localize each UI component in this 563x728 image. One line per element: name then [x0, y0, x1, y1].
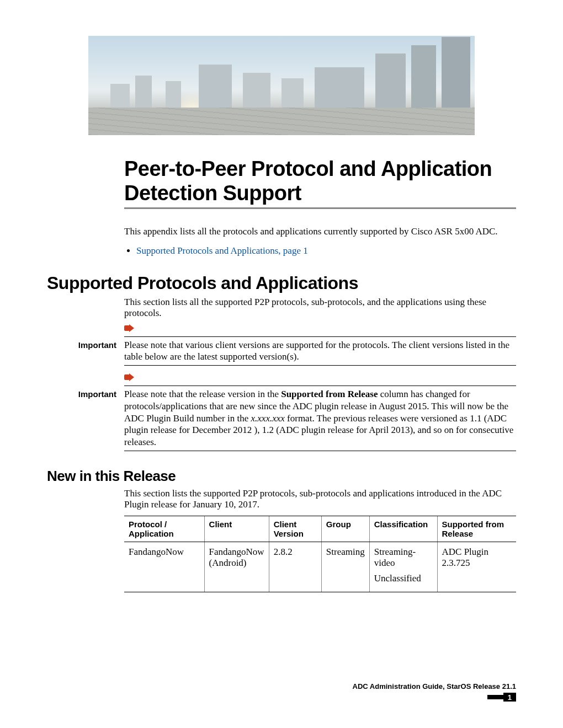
section-intro: This section lists all the supported P2P… — [124, 297, 516, 319]
classification-2: Unclassified — [374, 573, 421, 584]
header-banner-image — [88, 36, 475, 135]
note2-bold: Supported from Release — [281, 389, 378, 399]
section-heading: Supported Protocols and Applications — [47, 273, 516, 293]
toc-link[interactable]: Supported Protocols and Applications, pa… — [136, 245, 308, 256]
protocol-table: Protocol / Application Client Client Ver… — [124, 516, 516, 592]
important-note-2: Important Please note that the release v… — [47, 373, 516, 451]
important-label: Important — [47, 388, 124, 399]
client-line2: (Android) — [209, 558, 247, 568]
th-protocol: Protocol / Application — [124, 516, 204, 542]
td-group: Streaming — [321, 542, 369, 592]
subsection-heading: New in this Release — [47, 468, 516, 485]
table-row: FandangoNow FandangoNow (Android) 2.8.2 … — [124, 542, 516, 592]
classification-1: Streaming-video — [374, 547, 433, 569]
th-release: Supported from Release — [437, 516, 516, 542]
pointing-hand-icon — [124, 324, 135, 332]
th-version: Client Version — [269, 516, 321, 542]
td-classification: Streaming-video Unclassified — [369, 542, 437, 592]
intro-paragraph: This appendix lists all the protocols an… — [124, 226, 516, 237]
footer-doc-title: ADC Administration Guide, StarOS Release… — [47, 682, 516, 690]
important-note-1: Important Please note that various clien… — [47, 324, 516, 366]
title-divider — [124, 207, 516, 209]
td-protocol: FandangoNow — [124, 542, 204, 592]
important-text-1: Please note that various client versions… — [124, 339, 516, 363]
td-version: 2.8.2 — [269, 542, 321, 592]
td-client: FandangoNow (Android) — [204, 542, 269, 592]
td-release: ADC Plugin 2.3.725 — [437, 542, 516, 592]
page-number: 1 — [503, 693, 516, 702]
th-group: Group — [321, 516, 369, 542]
toc-list: Supported Protocols and Applications, pa… — [124, 245, 516, 256]
subsection-intro: This section lists the supported P2P pro… — [124, 488, 516, 510]
document-page: Peer-to-Peer Protocol and Application De… — [0, 0, 563, 728]
page-number-badge: 1 — [487, 693, 516, 702]
th-classification: Classification — [369, 516, 437, 542]
note2-pre: Please note that the release version in … — [124, 389, 281, 399]
table-header-row: Protocol / Application Client Client Ver… — [124, 516, 516, 542]
client-line1: FandangoNow — [209, 547, 264, 557]
toc-item: Supported Protocols and Applications, pa… — [136, 245, 516, 256]
pointing-hand-icon — [124, 373, 135, 381]
th-client: Client — [204, 516, 269, 542]
important-text-2: Please note that the release version in … — [124, 388, 516, 448]
important-label: Important — [47, 339, 124, 350]
note2-italic: x.xxx.xxx — [251, 413, 285, 424]
chapter-title: Peer-to-Peer Protocol and Application De… — [124, 157, 516, 205]
page-footer: ADC Administration Guide, StarOS Release… — [47, 682, 516, 702]
